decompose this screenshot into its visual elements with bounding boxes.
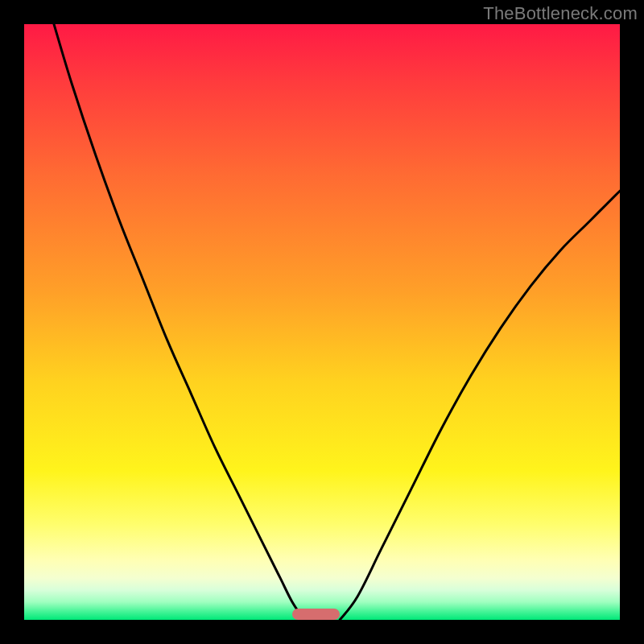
left-curve [54, 24, 304, 620]
curves-svg [24, 24, 620, 620]
right-curve [340, 191, 620, 620]
plot-area [24, 24, 620, 620]
chart-frame: TheBottleneck.com [0, 0, 644, 644]
bottleneck-marker [292, 609, 340, 620]
watermark-text: TheBottleneck.com [483, 3, 638, 24]
